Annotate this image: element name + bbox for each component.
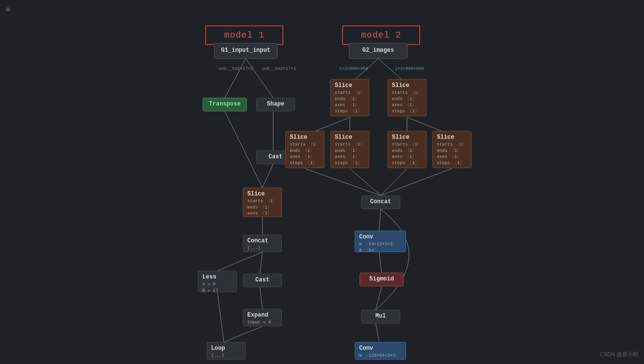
node-g2-images: G2_images — [349, 43, 408, 59]
node-slice-lm: Slice starts 〈1〉 ends 〈1〉 axes 〈1〉 steps… — [330, 131, 369, 168]
node-slice-rr: Slice starts 〈1〉 ends 〈1〉 axes 〈1〉 steps… — [432, 131, 472, 168]
svg-line-21 — [376, 286, 382, 310]
node-g1-input: G1_input_input — [214, 43, 278, 59]
node-conv1: Conv W 〈64×12×3×3〉 B 〈64〉 — [355, 231, 406, 252]
node-less: Less A = 0 B = 17 — [198, 271, 237, 292]
node-slice-r1: Slice starts 〈1〉 ends 〈1〉 axes 〈1〉 steps… — [387, 79, 427, 116]
hamburger-menu[interactable]: ≡ — [6, 6, 10, 14]
node-cast2: Cast — [243, 274, 282, 287]
main-canvas: ≡ — [0, 0, 644, 364]
svg-line-20 — [260, 287, 262, 309]
node-slice-main: Slice starts 〈1〉 ends 〈1〉 axes 〈1〉 — [243, 188, 282, 217]
svg-line-14 — [381, 169, 452, 195]
svg-line-1 — [246, 59, 273, 98]
model2-label: model 2 — [342, 25, 420, 45]
svg-line-18 — [217, 252, 262, 271]
svg-line-16 — [379, 209, 381, 231]
svg-line-22 — [224, 326, 262, 342]
svg-line-23 — [376, 323, 379, 342]
svg-line-9 — [262, 164, 273, 188]
svg-line-11 — [305, 169, 381, 195]
svg-line-13 — [381, 169, 407, 195]
edge-label-3: 1×3×960×960 — [339, 66, 368, 71]
edge-label-2: unk__542×17×2 — [262, 66, 296, 71]
node-mul: Mul — [361, 310, 400, 323]
svg-line-12 — [350, 169, 381, 195]
connection-lines — [0, 0, 644, 364]
svg-line-17 — [379, 252, 382, 273]
node-transpose: Transpose — [203, 98, 247, 111]
node-loop: Loop (...) — [207, 342, 246, 360]
svg-line-19 — [260, 252, 262, 274]
node-sigmoid: Sigmoid — [360, 273, 404, 286]
node-concat-left: Concat (...) — [243, 235, 282, 252]
node-expand: Expand input = 0 — [243, 309, 282, 326]
node-concat-right: Concat — [361, 195, 400, 209]
watermark: CSDN @原小明 — [600, 351, 638, 358]
svg-line-0 — [225, 59, 246, 98]
edge-label-4: 1×3×960×960 — [395, 66, 424, 71]
node-slice-ll: Slice starts 〈1〉 ends 〈1〉 axes 〈1〉 steps… — [285, 131, 324, 168]
node-conv2: Conv W 〈128×64×3×3〉 — [355, 342, 406, 360]
svg-line-24 — [217, 292, 224, 342]
model1-label: model 1 — [205, 25, 283, 45]
node-shape: Shape — [256, 98, 295, 111]
node-slice-l1: Slice starts 〈1〉 ends 〈1〉 axes 〈1〉 steps… — [330, 79, 369, 116]
edge-label-1: unk__542×17×2 — [219, 66, 253, 71]
svg-line-10 — [225, 111, 262, 188]
node-slice-rm: Slice starts 〈1〉 ends 〈1〉 axes 〈1〉 steps… — [387, 131, 427, 168]
